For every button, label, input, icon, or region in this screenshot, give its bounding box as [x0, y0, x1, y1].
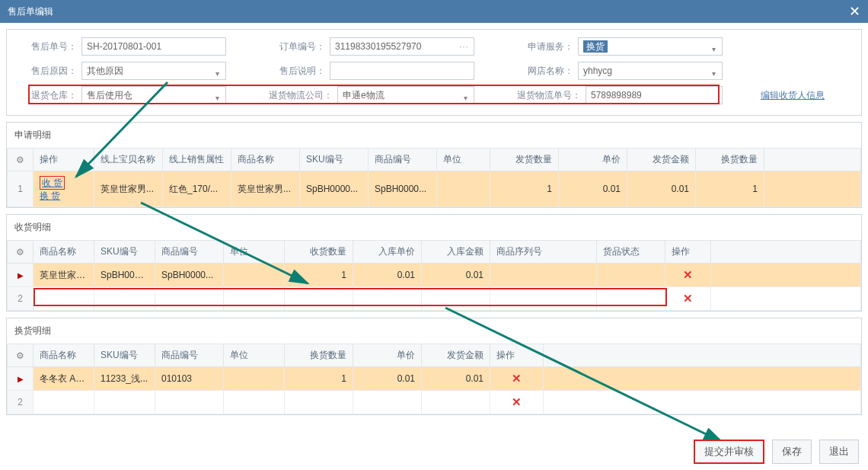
cell-amount: 0.01 — [422, 264, 490, 287]
link-receive[interactable]: 收 货 — [40, 176, 65, 190]
cell-code: SpBH0000... — [155, 264, 224, 287]
select-apply-service[interactable]: 换货 — [578, 37, 723, 56]
th-name: 商品名称 — [34, 344, 94, 367]
label-apply-service: 申请服务： — [512, 40, 573, 53]
close-icon[interactable]: ✕ — [849, 3, 860, 20]
section-apply: 申请明细 ⚙ 操作 线上宝贝名称 线上销售属性 商品名称 SKU编号 商品编号 … — [6, 122, 862, 208]
link-edit-consignee[interactable]: 编辑收货人信息 — [761, 89, 825, 102]
th-amount: 发货金额 — [422, 344, 490, 367]
th-code: 商品编号 — [369, 149, 437, 171]
select-reason[interactable]: 其他原因 — [81, 62, 226, 80]
th-price: 单价 — [353, 344, 422, 367]
delete-icon[interactable]: ✕ — [512, 395, 522, 408]
section-receive: 收货明细 ⚙ 商品名称 SKU编号 商品编号 单位 收货数量 入库单价 入库金额… — [6, 214, 862, 312]
cell-attr: 红色_170/... — [163, 171, 231, 207]
th-price: 单价 — [559, 149, 627, 171]
cell-unit — [224, 264, 285, 287]
cell-code: SpBH0000... — [369, 171, 437, 207]
row-index: 2 — [8, 287, 34, 311]
th-ship-qty: 发货数量 — [490, 149, 559, 171]
table-row[interactable]: ▶ 冬冬衣 Ab... 11233_浅... 010103 1 0.01 0.0… — [8, 367, 861, 391]
th-price: 入库单价 — [353, 241, 422, 264]
cell-unit — [437, 171, 490, 207]
cell-status — [597, 264, 665, 287]
th-unit: 单位 — [437, 149, 490, 171]
exit-button[interactable]: 退出 — [819, 440, 859, 464]
select-shop[interactable]: yhhycg — [578, 62, 723, 80]
th-attr: 线上销售属性 — [163, 149, 231, 171]
cell-sku: SpBH0000... — [300, 171, 369, 207]
gear-icon[interactable]: ⚙ — [8, 241, 34, 264]
input-desc[interactable] — [330, 62, 474, 80]
cell-sku: 11233_浅... — [94, 367, 155, 391]
th-name: 商品名称 — [231, 149, 300, 171]
form-panel: 售后单号： SH-20170801-001 订单编号： 311983301955… — [6, 29, 862, 116]
cell-name: 冬冬衣 Ab... — [34, 367, 94, 391]
cell-name: 英皇世家男... — [231, 171, 300, 207]
th-name: 商品名称 — [34, 241, 94, 264]
cell-qty: 1 — [285, 367, 353, 391]
title-bar: 售后单编辑 ✕ — [0, 0, 868, 23]
label-after-sale-no: 售后单号： — [16, 40, 77, 53]
select-return-wh[interactable]: 售后使用仓 — [81, 86, 226, 104]
label-desc: 售后说明： — [264, 65, 325, 78]
th-code: 商品编号 — [155, 241, 224, 264]
th-qty: 换货数量 — [285, 344, 353, 367]
th-amount: 入库金额 — [422, 241, 490, 264]
cell-sku: SpBH0000... — [94, 264, 155, 287]
th-unit: 单位 — [224, 241, 285, 264]
row-marker-icon: ▶ — [18, 271, 24, 280]
th-amount: 发货金额 — [627, 149, 696, 171]
cell-name: 英皇世家男... — [34, 264, 94, 287]
table-exchange: ⚙ 商品名称 SKU编号 商品编号 单位 换货数量 单价 发货金额 操作 ▶ 冬… — [7, 344, 861, 414]
table-row[interactable]: 2 ✕ — [8, 391, 861, 414]
cell-price: 0.01 — [353, 367, 422, 391]
row-marker-icon: ▶ — [18, 375, 24, 383]
delete-icon[interactable]: ✕ — [683, 268, 693, 281]
th-ex-qty: 换货数量 — [696, 149, 764, 171]
th-op: 操作 — [34, 149, 94, 171]
section-title-apply: 申请明细 — [7, 123, 861, 148]
th-sku: SKU编号 — [94, 241, 155, 264]
label-shop: 网店名称： — [512, 65, 573, 78]
th-qty: 收货数量 — [285, 241, 353, 264]
gear-icon[interactable]: ⚙ — [8, 344, 34, 367]
th-op: 操作 — [490, 344, 544, 367]
table-row[interactable]: ▶ 英皇世家男... SpBH0000... SpBH0000... 1 0.0… — [8, 264, 861, 287]
th-code: 商品编号 — [155, 344, 224, 367]
label-return-logi-no: 退货物流单号： — [512, 89, 581, 102]
input-order-no[interactable]: 31198330195527970··· — [330, 37, 474, 56]
th-sku: SKU编号 — [300, 149, 369, 171]
label-order-no: 订单编号： — [264, 40, 325, 53]
delete-icon[interactable]: ✕ — [512, 372, 522, 385]
save-button[interactable]: 保存 — [772, 440, 812, 464]
input-after-sale-no[interactable]: SH-20170801-001 — [81, 37, 226, 56]
delete-icon[interactable]: ✕ — [683, 292, 693, 305]
cell-qty: 1 — [285, 264, 353, 287]
cell-amount: 0.01 — [422, 367, 490, 391]
table-receive: ⚙ 商品名称 SKU编号 商品编号 单位 收货数量 入库单价 入库金额 商品序列… — [7, 240, 861, 311]
link-exchange[interactable]: 换 货 — [40, 190, 88, 202]
table-row[interactable]: 1 收 货 换 货 英皇世家男... 红色_170/... 英皇世家男... S… — [8, 171, 861, 207]
section-exchange: 换货明细 ⚙ 商品名称 SKU编号 商品编号 单位 换货数量 单价 发货金额 操… — [6, 318, 862, 415]
cell-serial — [490, 264, 597, 287]
th-op: 操作 — [665, 241, 711, 264]
th-unit: 单位 — [224, 344, 285, 367]
input-return-logi-no[interactable]: 5789898989 — [586, 86, 723, 104]
cell-online-name: 英皇世家男... — [94, 171, 163, 207]
gear-icon[interactable]: ⚙ — [8, 149, 34, 171]
section-title-exchange: 换货明细 — [7, 318, 861, 344]
cell-ship-qty: 1 — [490, 171, 559, 207]
cell-price: 0.01 — [353, 264, 422, 287]
cell-ex-qty: 1 — [696, 171, 764, 207]
footer-buttons: 提交并审核 保存 退出 — [694, 440, 859, 464]
table-apply: ⚙ 操作 线上宝贝名称 线上销售属性 商品名称 SKU编号 商品编号 单位 发货… — [7, 148, 861, 207]
row-index: 2 — [8, 391, 34, 414]
label-return-logi-co: 退货物流公司： — [264, 89, 333, 102]
table-row[interactable]: 2 ✕ — [8, 287, 861, 311]
label-reason: 售后原因： — [16, 65, 77, 78]
select-return-logi-co[interactable]: 申通e物流 — [337, 86, 474, 104]
submit-button[interactable]: 提交并审核 — [694, 440, 764, 464]
cell-code: 010103 — [155, 367, 224, 391]
section-title-receive: 收货明细 — [7, 215, 861, 240]
